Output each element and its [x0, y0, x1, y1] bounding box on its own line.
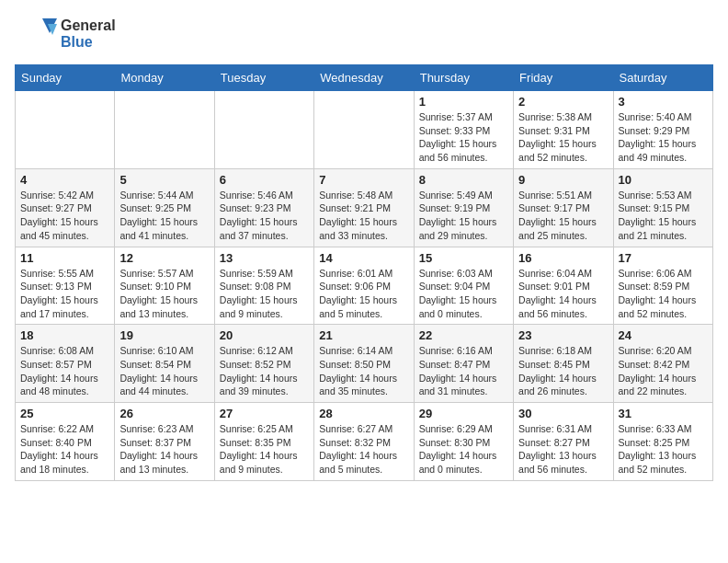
header: GeneralBlue [15, 15, 713, 53]
day-number: 31 [619, 407, 708, 420]
day-number: 8 [419, 173, 508, 187]
day-number: 16 [518, 251, 608, 265]
day-info: Sunrise: 6:14 AM Sunset: 8:50 PM Dayligh… [319, 344, 408, 398]
day-info: Sunrise: 5:49 AM Sunset: 9:19 PM Dayligh… [419, 189, 508, 243]
day-number: 4 [20, 173, 109, 187]
day-number: 19 [119, 328, 209, 342]
day-info: Sunrise: 6:33 AM Sunset: 8:25 PM Dayligh… [619, 422, 708, 477]
week-row-2: 4Sunrise: 5:42 AM Sunset: 9:27 PM Daylig… [16, 168, 713, 247]
day-number: 27 [220, 407, 309, 420]
day-number: 20 [220, 328, 309, 342]
day-info: Sunrise: 6:18 AM Sunset: 8:45 PM Dayligh… [518, 344, 608, 398]
weekday-header-tuesday: Tuesday [214, 65, 313, 91]
day-number: 12 [119, 251, 209, 265]
week-row-3: 11Sunrise: 5:55 AM Sunset: 9:13 PM Dayli… [16, 247, 713, 325]
calendar-cell: 23Sunrise: 6:18 AM Sunset: 8:45 PM Dayli… [514, 325, 613, 403]
day-info: Sunrise: 5:55 AM Sunset: 9:13 PM Dayligh… [20, 267, 109, 321]
day-number: 21 [319, 328, 408, 342]
day-number: 26 [119, 407, 209, 420]
calendar-cell: 1Sunrise: 5:37 AM Sunset: 9:33 PM Daylig… [414, 91, 513, 169]
calendar-cell: 27Sunrise: 6:25 AM Sunset: 8:35 PM Dayli… [214, 403, 313, 481]
logo-blue-text: Blue [61, 34, 116, 51]
generalblue-logo-icon [15, 15, 57, 53]
day-info: Sunrise: 6:20 AM Sunset: 8:42 PM Dayligh… [619, 344, 708, 398]
day-number: 6 [220, 173, 309, 187]
day-info: Sunrise: 6:04 AM Sunset: 9:01 PM Dayligh… [518, 267, 608, 321]
day-info: Sunrise: 6:31 AM Sunset: 8:27 PM Dayligh… [518, 422, 608, 477]
day-info: Sunrise: 6:16 AM Sunset: 8:47 PM Dayligh… [419, 344, 508, 398]
day-number: 17 [619, 251, 708, 265]
weekday-header-wednesday: Wednesday [314, 65, 414, 91]
weekday-header-monday: Monday [115, 65, 214, 91]
weekday-header-row: SundayMondayTuesdayWednesdayThursdayFrid… [16, 65, 713, 91]
calendar-cell: 17Sunrise: 6:06 AM Sunset: 8:59 PM Dayli… [613, 247, 712, 325]
calendar-cell: 14Sunrise: 6:01 AM Sunset: 9:06 PM Dayli… [314, 247, 414, 325]
day-number: 7 [319, 173, 408, 187]
day-info: Sunrise: 5:40 AM Sunset: 9:29 PM Dayligh… [619, 110, 708, 165]
day-number: 2 [518, 95, 608, 109]
calendar-cell: 11Sunrise: 5:55 AM Sunset: 9:13 PM Dayli… [16, 247, 115, 325]
day-number: 13 [220, 251, 309, 265]
calendar-cell: 25Sunrise: 6:22 AM Sunset: 8:40 PM Dayli… [16, 403, 115, 481]
calendar-cell: 8Sunrise: 5:49 AM Sunset: 9:19 PM Daylig… [414, 168, 513, 247]
calendar-cell: 6Sunrise: 5:46 AM Sunset: 9:23 PM Daylig… [214, 168, 313, 247]
day-info: Sunrise: 6:12 AM Sunset: 8:52 PM Dayligh… [220, 344, 309, 398]
day-number: 14 [319, 251, 408, 265]
day-number: 10 [619, 173, 708, 187]
day-info: Sunrise: 6:03 AM Sunset: 9:04 PM Dayligh… [419, 267, 508, 321]
week-row-1: 1Sunrise: 5:37 AM Sunset: 9:33 PM Daylig… [16, 91, 713, 169]
day-number: 30 [518, 407, 608, 420]
calendar-cell [16, 91, 115, 169]
calendar-cell: 3Sunrise: 5:40 AM Sunset: 9:29 PM Daylig… [613, 91, 712, 169]
week-row-5: 25Sunrise: 6:22 AM Sunset: 8:40 PM Dayli… [16, 403, 713, 481]
calendar-cell: 24Sunrise: 6:20 AM Sunset: 8:42 PM Dayli… [613, 325, 712, 403]
calendar-cell: 20Sunrise: 6:12 AM Sunset: 8:52 PM Dayli… [214, 325, 313, 403]
calendar-cell: 19Sunrise: 6:10 AM Sunset: 8:54 PM Dayli… [115, 325, 214, 403]
calendar-cell [214, 91, 313, 169]
day-info: Sunrise: 6:01 AM Sunset: 9:06 PM Dayligh… [319, 267, 408, 321]
calendar-cell: 4Sunrise: 5:42 AM Sunset: 9:27 PM Daylig… [16, 168, 115, 247]
calendar-cell [115, 91, 214, 169]
day-number: 28 [319, 407, 408, 420]
day-info: Sunrise: 5:42 AM Sunset: 9:27 PM Dayligh… [20, 189, 109, 243]
day-info: Sunrise: 5:37 AM Sunset: 9:33 PM Dayligh… [419, 110, 508, 165]
weekday-header-saturday: Saturday [613, 65, 712, 91]
calendar-cell: 2Sunrise: 5:38 AM Sunset: 9:31 PM Daylig… [514, 91, 613, 169]
calendar-cell: 30Sunrise: 6:31 AM Sunset: 8:27 PM Dayli… [514, 403, 613, 481]
calendar-cell: 18Sunrise: 6:08 AM Sunset: 8:57 PM Dayli… [16, 325, 115, 403]
day-number: 25 [20, 407, 109, 420]
calendar-cell: 9Sunrise: 5:51 AM Sunset: 9:17 PM Daylig… [514, 168, 613, 247]
day-number: 5 [119, 173, 209, 187]
weekday-header-thursday: Thursday [414, 65, 513, 91]
day-info: Sunrise: 6:23 AM Sunset: 8:37 PM Dayligh… [119, 422, 209, 477]
day-number: 23 [518, 328, 608, 342]
day-info: Sunrise: 6:06 AM Sunset: 8:59 PM Dayligh… [619, 267, 708, 321]
logo-general-text: General [61, 17, 116, 34]
day-info: Sunrise: 6:29 AM Sunset: 8:30 PM Dayligh… [419, 422, 508, 477]
calendar-cell: 13Sunrise: 5:59 AM Sunset: 9:08 PM Dayli… [214, 247, 313, 325]
calendar-cell: 29Sunrise: 6:29 AM Sunset: 8:30 PM Dayli… [414, 403, 513, 481]
calendar-cell: 5Sunrise: 5:44 AM Sunset: 9:25 PM Daylig… [115, 168, 214, 247]
day-info: Sunrise: 5:53 AM Sunset: 9:15 PM Dayligh… [619, 189, 708, 243]
weekday-header-sunday: Sunday [16, 65, 115, 91]
week-row-4: 18Sunrise: 6:08 AM Sunset: 8:57 PM Dayli… [16, 325, 713, 403]
day-info: Sunrise: 5:51 AM Sunset: 9:17 PM Dayligh… [518, 189, 608, 243]
calendar-cell: 12Sunrise: 5:57 AM Sunset: 9:10 PM Dayli… [115, 247, 214, 325]
calendar-cell: 21Sunrise: 6:14 AM Sunset: 8:50 PM Dayli… [314, 325, 414, 403]
day-number: 15 [419, 251, 508, 265]
day-number: 3 [619, 95, 708, 109]
day-info: Sunrise: 5:46 AM Sunset: 9:23 PM Dayligh… [220, 189, 309, 243]
day-info: Sunrise: 6:22 AM Sunset: 8:40 PM Dayligh… [20, 422, 109, 477]
calendar-cell: 7Sunrise: 5:48 AM Sunset: 9:21 PM Daylig… [314, 168, 414, 247]
day-info: Sunrise: 6:08 AM Sunset: 8:57 PM Dayligh… [20, 344, 109, 398]
day-number: 18 [20, 328, 109, 342]
day-number: 11 [20, 251, 109, 265]
calendar-cell: 10Sunrise: 5:53 AM Sunset: 9:15 PM Dayli… [613, 168, 712, 247]
day-number: 24 [619, 328, 708, 342]
day-info: Sunrise: 5:57 AM Sunset: 9:10 PM Dayligh… [119, 267, 209, 321]
day-info: Sunrise: 5:38 AM Sunset: 9:31 PM Dayligh… [518, 110, 608, 165]
calendar-cell [314, 91, 414, 169]
day-info: Sunrise: 6:10 AM Sunset: 8:54 PM Dayligh… [119, 344, 209, 398]
day-number: 22 [419, 328, 508, 342]
day-info: Sunrise: 6:27 AM Sunset: 8:32 PM Dayligh… [319, 422, 408, 477]
